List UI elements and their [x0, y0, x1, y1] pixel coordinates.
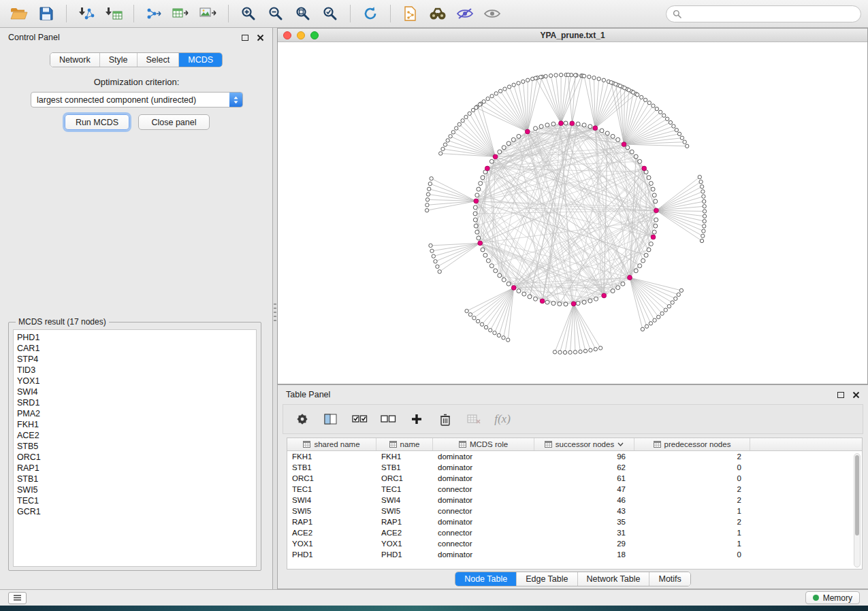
network-leaf-node[interactable]	[702, 195, 705, 198]
float-panel-icon[interactable]	[242, 35, 248, 41]
network-node[interactable]	[551, 301, 556, 306]
network-leaf-node[interactable]	[484, 325, 487, 329]
zoom-fit-button[interactable]	[291, 2, 315, 25]
table-panel-tab[interactable]: Motifs	[649, 572, 690, 586]
network-leaf-node[interactable]	[438, 270, 441, 274]
network-leaf-node[interactable]	[589, 348, 592, 352]
network-leaf-node[interactable]	[558, 350, 562, 354]
network-node[interactable]	[611, 134, 615, 138]
network-node[interactable]	[522, 292, 526, 296]
network-leaf-node[interactable]	[497, 333, 500, 337]
network-leaf-node[interactable]	[457, 122, 461, 126]
network-leaf-node[interactable]	[701, 234, 705, 237]
table-panel-tab[interactable]: Node Table	[455, 572, 517, 586]
network-leaf-node[interactable]	[677, 293, 680, 296]
network-node[interactable]	[594, 297, 598, 301]
column-header-shared-name[interactable]: shared name	[287, 438, 376, 450]
network-leaf-node[interactable]	[430, 177, 433, 180]
network-leaf-node[interactable]	[643, 98, 647, 101]
network-leaf-node[interactable]	[507, 338, 510, 342]
network-leaf-node[interactable]	[475, 106, 478, 110]
network-leaf-node[interactable]	[521, 80, 525, 83]
function-builder-button[interactable]: f(x)	[493, 410, 512, 429]
mcds-result-item[interactable]: CAR1	[17, 343, 256, 354]
show-columns-button[interactable]	[321, 410, 340, 429]
control-panel-tab[interactable]: Network	[50, 53, 100, 67]
network-hub-node[interactable]	[493, 154, 498, 159]
network-hub-node[interactable]	[622, 142, 626, 147]
mcds-result-item[interactable]: STB1	[17, 474, 256, 484]
mcds-result-item[interactable]: ORC1	[17, 452, 256, 463]
network-leaf-node[interactable]	[549, 74, 552, 78]
network-leaf-node[interactable]	[674, 297, 677, 300]
network-node[interactable]	[498, 150, 502, 154]
table-settings-button[interactable]	[293, 410, 312, 429]
close-panel-button[interactable]: Close panel	[138, 114, 210, 130]
network-leaf-node[interactable]	[657, 315, 660, 318]
network-node[interactable]	[558, 302, 562, 306]
network-node[interactable]	[652, 230, 656, 234]
network-leaf-node[interactable]	[468, 112, 471, 115]
network-leaf-node[interactable]	[566, 73, 570, 76]
network-node[interactable]	[638, 159, 642, 163]
network-node[interactable]	[502, 146, 506, 150]
network-leaf-node[interactable]	[455, 127, 458, 130]
network-leaf-node[interactable]	[544, 74, 547, 78]
network-leaf-node[interactable]	[465, 309, 468, 312]
network-node[interactable]	[507, 142, 511, 146]
column-header-mcds-role[interactable]: MCDS role	[433, 438, 534, 450]
control-panel-tab[interactable]: Select	[138, 53, 180, 67]
apply-layout-button[interactable]	[358, 2, 383, 25]
network-leaf-node[interactable]	[451, 131, 455, 134]
network-node[interactable]	[649, 242, 653, 246]
deselect-all-button[interactable]	[379, 410, 398, 429]
network-leaf-node[interactable]	[559, 73, 562, 76]
network-leaf-node[interactable]	[700, 185, 703, 188]
network-leaf-node[interactable]	[476, 319, 479, 323]
network-leaf-node[interactable]	[512, 83, 515, 86]
network-node[interactable]	[654, 199, 658, 203]
network-leaf-node[interactable]	[464, 115, 468, 118]
network-leaf-node[interactable]	[680, 136, 684, 139]
network-leaf-node[interactable]	[425, 203, 429, 207]
network-hub-node[interactable]	[570, 121, 575, 126]
select-all-button[interactable]	[350, 410, 369, 429]
table-row[interactable]: ORC1 ORC1 dominator 61 0	[287, 473, 862, 484]
clone-network-button[interactable]	[398, 2, 423, 25]
network-leaf-node[interactable]	[493, 331, 496, 335]
network-node[interactable]	[647, 176, 651, 180]
network-leaf-node[interactable]	[579, 350, 582, 353]
export-table-button[interactable]	[169, 2, 193, 25]
network-leaf-node[interactable]	[597, 77, 600, 80]
network-node[interactable]	[481, 176, 485, 180]
network-leaf-node[interactable]	[517, 82, 520, 85]
network-leaf-node[interactable]	[443, 143, 447, 146]
network-leaf-node[interactable]	[640, 95, 643, 99]
network-node[interactable]	[626, 146, 630, 150]
mcds-result-item[interactable]: GCR1	[17, 506, 256, 517]
network-node[interactable]	[638, 264, 642, 268]
network-leaf-node[interactable]	[683, 140, 686, 144]
network-leaf-node[interactable]	[502, 336, 505, 340]
network-node[interactable]	[528, 295, 532, 299]
network-leaf-node[interactable]	[679, 288, 683, 292]
search-field[interactable]	[666, 5, 861, 22]
network-node[interactable]	[545, 300, 549, 304]
network-node[interactable]	[481, 248, 485, 252]
network-leaf-node[interactable]	[699, 180, 703, 184]
network-node[interactable]	[534, 127, 538, 131]
network-hub-node[interactable]	[485, 166, 489, 171]
network-leaf-node[interactable]	[703, 219, 706, 222]
network-node[interactable]	[616, 137, 620, 142]
network-node[interactable]	[486, 259, 490, 263]
network-hub-node[interactable]	[651, 235, 656, 240]
network-leaf-node[interactable]	[534, 76, 537, 80]
hide-selected-button[interactable]	[453, 2, 477, 25]
network-leaf-node[interactable]	[498, 89, 502, 93]
network-leaf-node[interactable]	[702, 229, 705, 233]
network-node[interactable]	[477, 236, 481, 240]
control-panel-tab[interactable]: Style	[100, 53, 138, 67]
network-node[interactable]	[494, 269, 498, 273]
network-node[interactable]	[621, 282, 625, 286]
network-node[interactable]	[475, 193, 479, 197]
